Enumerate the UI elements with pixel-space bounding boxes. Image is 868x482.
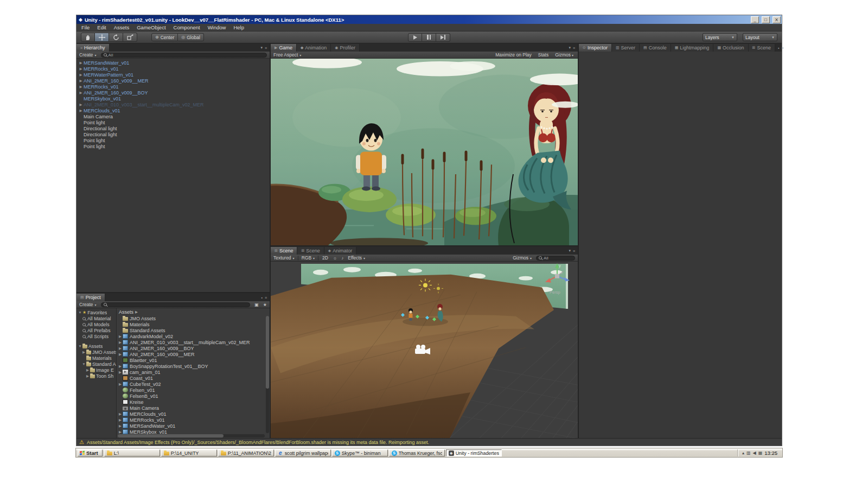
expand-arrow-icon[interactable]: ▶ [78,91,84,95]
project-asset-item[interactable]: Kreise [117,399,266,405]
project-asset-item[interactable]: ▶ANI_2MER_160_v009__BOY [117,345,266,351]
expand-arrow-icon[interactable]: ▶ [118,430,123,434]
hierarchy-item[interactable]: Main Camera [76,113,270,119]
project-asset-item[interactable]: Blaetter_v01 [117,357,266,363]
expand-arrow-icon[interactable]: ▶ [118,370,123,375]
project-asset-item[interactable]: ▶ANI_2MER_160_v009__MER [117,351,266,357]
project-asset-item[interactable]: FelsenB_v01 [117,393,266,399]
pivot-center-button[interactable]: ⊕ Center [151,33,178,41]
scene-audio-icon[interactable]: ♪ [340,256,344,261]
tab-animation[interactable]: ◆Animation [297,44,331,52]
taskbar-button[interactable]: ◆Unity - rimShadertest... [446,449,502,456]
project-asset-item[interactable]: Felsen_v01 [117,387,266,393]
hierarchy-item[interactable]: MERSkybox_v01 [76,96,270,102]
tab-occlusion[interactable]: ▩Occlusion [713,44,748,52]
scene-search-input[interactable]: All [536,256,575,261]
taskbar-button[interactable]: L:\ [104,449,160,456]
expand-arrow-icon[interactable]: ▶ [78,79,84,83]
hierarchy-item[interactable]: ▶MERRocks_v01 [76,66,270,72]
tab-inspector[interactable]: ⊙Inspector [579,44,612,52]
project-tree-item[interactable]: ▶Image E [76,367,116,373]
gizmos-dropdown[interactable]: Gizmos ▾ [512,255,533,261]
start-button[interactable]: Start [78,449,103,456]
project-asset-item[interactable]: ▶CubeTest_v02 [117,381,266,387]
rotate-tool-button[interactable] [109,33,123,42]
expand-arrow-icon[interactable]: ▶ [118,418,123,422]
project-tree-item[interactable]: ▼Assets [76,343,116,349]
expand-arrow-icon[interactable]: ▶ [78,85,84,89]
scene-lighting-icon[interactable]: ☼ [332,256,338,261]
pause-button[interactable] [422,33,436,42]
minimize-button[interactable]: _ [751,16,759,23]
panel-menu[interactable]: ▪≡ [775,44,787,52]
projection-label[interactable]: Persp [550,290,560,295]
taskbar-button[interactable]: escott pilgrim wallpaper - ... [275,449,331,456]
project-asset-item[interactable]: ▶cam_anim_01 [117,369,266,375]
expand-arrow-icon[interactable]: ▶ [85,374,90,378]
step-button[interactable] [436,33,450,42]
window-titlebar[interactable]: ◆ Unity - rimShadertest02_v01.unity - Lo… [76,15,782,24]
expand-arrow-icon[interactable]: ▼ [81,362,86,366]
game-control-gizmos[interactable]: Gizmos▾ [552,52,576,58]
hierarchy-item[interactable]: Point light [76,137,270,143]
project-tree-item[interactable]: ▶JMO Assets [76,349,116,355]
move-tool-button[interactable] [95,33,109,42]
horizontal-scrollbar[interactable] [118,434,265,437]
game-control-stats[interactable]: Stats [535,52,551,58]
project-tree-item[interactable]: ▶Toon Sh [76,373,116,379]
tab-console[interactable]: ▤Console [640,44,671,52]
create-dropdown[interactable]: Create ▾ [78,302,98,307]
project-asset-item[interactable]: ▶BoySnappyRotationTest_v01__BOY [117,363,266,369]
tab-scene[interactable]: ⊞Scene [297,247,324,255]
project-asset-item[interactable]: ▶ANI_2MER_010_v003__start__multipleCam_v… [117,339,266,345]
menu-help[interactable]: Help [229,24,248,30]
play-button[interactable] [408,33,422,42]
pan-tool-button[interactable] [81,33,95,42]
expand-arrow-icon[interactable]: ▶ [118,340,123,345]
restore-button[interactable]: □ [762,16,770,23]
tab-animator[interactable]: ◈Animator [324,247,356,255]
project-asset-item[interactable]: ▶MERSandWater_v01 [117,423,266,429]
network-icon[interactable]: ▦ [758,451,763,455]
scrollbar-thumb[interactable] [118,434,224,437]
layout-dropdown[interactable]: Layout ▼ [743,33,777,41]
aspect-dropdown[interactable]: Free Aspect ▾ [272,52,302,58]
display-icon[interactable]: ▥ [746,451,751,455]
project-asset-item[interactable]: Standard Assets [117,327,266,333]
expand-arrow-icon[interactable]: ▶ [118,412,123,416]
expand-arrow-icon[interactable]: ▶ [118,364,123,369]
project-asset-item[interactable]: JMO Assets [117,315,266,321]
breadcrumb[interactable]: Assets ▶ [117,309,266,315]
menu-edit[interactable]: Edit [93,24,110,30]
tab-hierarchy[interactable]: ≡ Hierarchy [76,44,110,52]
project-asset-item[interactable]: Materials [117,321,266,327]
project-search-input[interactable] [101,302,251,307]
project-favorites-header[interactable]: ▼★Favorites [76,309,116,315]
hierarchy-item[interactable]: ▶MERSandWater_v01 [76,60,270,66]
scrollbar-thumb[interactable] [266,316,269,389]
menu-gameobject[interactable]: GameObject [133,24,169,30]
hierarchy-item[interactable]: ▶MERWaterPattern_v01 [76,72,270,78]
project-favorite-item[interactable]: All Models [76,321,116,327]
taskbar-button[interactable]: SThomas Krueger, fschaub [389,449,445,456]
expand-arrow-icon[interactable]: ▶ [118,334,123,339]
expand-arrow-icon[interactable]: ▼ [78,310,82,314]
game-control-maximize-on-play[interactable]: Maximize on Play [493,52,534,58]
expand-arrow-icon[interactable]: ▶ [78,67,84,71]
close-button[interactable]: X [773,16,781,23]
expand-arrow-icon[interactable]: ▶ [78,61,84,65]
expand-arrow-icon[interactable]: ▶ [118,382,123,386]
project-favorite-item[interactable]: All Scripts [76,333,116,339]
expand-arrow-icon[interactable]: ▶ [118,346,123,351]
hierarchy-item[interactable]: Directional light [76,131,270,137]
project-asset-item[interactable]: ▶AardvarkModel_v02 [117,333,266,339]
create-dropdown[interactable]: Create ▾ [78,52,98,58]
project-asset-item[interactable]: Main Camera [117,405,266,411]
taskbar-button[interactable]: SSkype™ - biniman [332,449,388,456]
panel-menu[interactable]: ▾≡ [566,44,578,52]
hierarchy-item[interactable]: ▶MERClouds_v01 [76,107,270,113]
tab-lightmapping[interactable]: ▦Lightmapping [671,44,714,52]
search-by-type-icon[interactable]: ▣ [253,302,260,307]
expand-arrow-icon[interactable]: ▶ [85,368,90,372]
hierarchy-item[interactable]: ▶ANI_2MER_010_v003__start__multipleCam_v… [76,102,270,107]
